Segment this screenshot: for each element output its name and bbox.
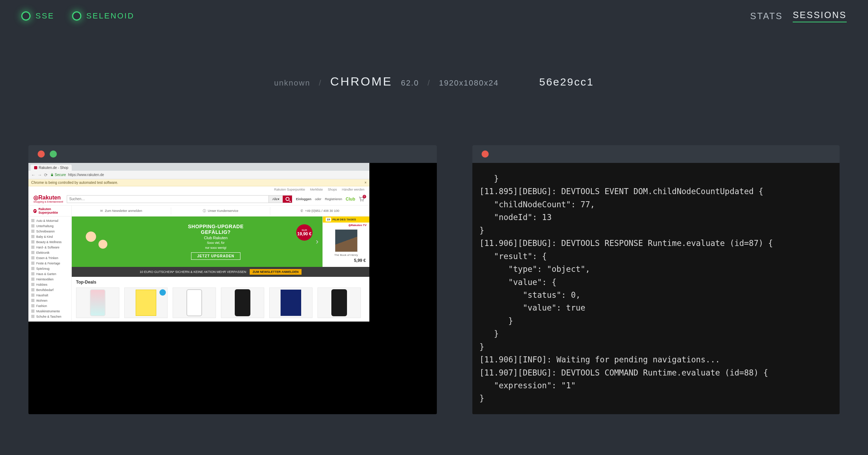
chrome-tab[interactable]: Rakuten.de - Shop — [31, 165, 72, 171]
category-item[interactable]: Hard- & Software — [28, 245, 71, 250]
category-item[interactable]: Heimtextilien — [28, 276, 71, 282]
film-brand-label: Rakuten TV — [351, 224, 367, 227]
hero-cta-button[interactable]: JETZT UPGRADEN — [191, 252, 240, 260]
category-label: Schreibwaren — [36, 230, 55, 233]
category-item[interactable]: Spielzeug — [28, 266, 71, 271]
cart-icon[interactable]: 0 — [359, 197, 364, 202]
category-icon — [31, 251, 34, 254]
category-item[interactable]: Essen & Trinken — [28, 255, 71, 261]
category-item[interactable]: Feste & Feiertage — [28, 261, 71, 266]
site-body: Auto & MotorradUnterhaltungSchreibwarenB… — [28, 216, 369, 322]
category-item[interactable]: Elektronik — [28, 250, 71, 255]
category-item[interactable]: Haushalt — [28, 292, 71, 298]
back-icon[interactable]: ← — [31, 173, 36, 177]
topnav-link[interactable]: Merkliste — [310, 188, 323, 191]
phone-label: +49 (0)951 / 408 30 100 — [305, 209, 339, 213]
category-item[interactable]: Unterhaltung — [28, 223, 71, 229]
url-text[interactable]: https://www.rakuten.de — [68, 173, 104, 177]
tab-title: Rakuten.de - Shop — [39, 166, 68, 170]
category-label: Hobbies — [36, 283, 47, 286]
deal-card[interactable] — [173, 287, 216, 318]
category-label: Fashion — [36, 304, 47, 308]
search-category[interactable]: Alle ▾ — [268, 196, 283, 203]
session-version: 62.0 — [401, 78, 419, 88]
forward-icon[interactable]: → — [38, 173, 42, 177]
category-icon — [31, 283, 34, 286]
session-browser: CHROME — [330, 75, 392, 88]
vnc-titlebar — [28, 145, 437, 163]
site-header: ◎Rakuten Shopping is Entertainment! Alle… — [28, 193, 369, 205]
category-item[interactable]: Fashion — [28, 303, 71, 308]
or-label: oder — [315, 197, 321, 201]
category-item[interactable]: Schuhe & Taschen — [28, 314, 71, 319]
category-label: Auto & Motorrad — [36, 219, 58, 223]
service-cell[interactable]: ⓘUnser Kundenservice — [171, 207, 271, 215]
hero-sub: Club Rakuten — [120, 236, 312, 240]
category-item[interactable]: Hobbies — [28, 282, 71, 287]
product-image — [186, 289, 202, 316]
secure-label: Secure — [55, 173, 66, 177]
min-dot-icon[interactable] — [50, 150, 57, 158]
session-unknown: unknown — [274, 78, 310, 88]
log-output[interactable]: } [11.895][DEBUG]: DEVTOOLS EVENT DOM.ch… — [472, 163, 840, 414]
club-link[interactable]: Club — [346, 197, 355, 202]
category-sidebar: Auto & MotorradUnterhaltungSchreibwarenB… — [28, 216, 72, 322]
voucher-button[interactable]: ZUM NEWSLETTER ANMELDEN — [250, 269, 302, 275]
vnc-viewport[interactable]: Rakuten.de - Shop ← → ⟳ Secure https://w… — [28, 163, 437, 414]
newsletter-cell[interactable]: ✉Zum Newsletter anmelden — [72, 207, 171, 214]
category-label: Haushalt — [36, 294, 48, 297]
sp-cell[interactable]: PRakuten Superpunkte — [28, 205, 72, 216]
category-item[interactable]: Haus & Garten — [28, 271, 71, 276]
deal-card[interactable] — [269, 287, 313, 318]
banner-close-icon[interactable]: × — [364, 181, 367, 185]
login-label: Einloggen — [296, 197, 311, 201]
close-dot-icon[interactable] — [38, 150, 45, 158]
hero-banner[interactable]: SHOPPING-UPGRADE GEFÄLLIG? Club Rakuten … — [72, 216, 322, 267]
voucher-text: 10 EURO GUTSCHEIN* SICHERN & KEINE AKTIO… — [140, 270, 246, 274]
carousel-next-icon[interactable]: › — [312, 237, 322, 246]
category-icon — [31, 272, 34, 275]
phone-cell[interactable]: ✆+49 (0)951 / 408 30 100 — [270, 207, 369, 214]
deal-card[interactable] — [221, 287, 264, 318]
register-link[interactable]: Registrieren — [325, 197, 342, 201]
deal-card[interactable] — [76, 287, 119, 318]
category-item[interactable]: Beauty & Wellness — [28, 239, 71, 245]
product-image — [136, 290, 156, 316]
category-icon — [31, 235, 34, 238]
category-item[interactable]: Baby & Kind — [28, 234, 71, 239]
search-icon — [286, 197, 289, 201]
rakuten-logo[interactable]: ◎Rakuten Shopping is Entertainment! — [33, 195, 63, 203]
category-label: Unterhaltung — [36, 224, 54, 228]
category-item[interactable]: Musikinstrumente — [28, 308, 71, 314]
category-icon — [31, 262, 34, 265]
category-item[interactable]: Wohnen — [28, 298, 71, 303]
cart-badge: 0 — [363, 195, 366, 198]
topnav-link[interactable]: Händler werden — [342, 188, 364, 191]
product-image — [331, 289, 347, 316]
reload-icon[interactable]: ⟳ — [44, 173, 48, 177]
topnav-link[interactable]: Rakuten Superpunkte — [274, 188, 305, 191]
search-input[interactable] — [67, 196, 268, 203]
log-titlebar — [472, 145, 840, 163]
category-label: Wohnen — [36, 299, 48, 302]
nav-stats[interactable]: STATS — [750, 11, 783, 21]
login-link[interactable]: Einloggen — [296, 197, 311, 201]
category-item[interactable]: Auto & Motorrad — [28, 218, 71, 223]
search-button[interactable] — [283, 196, 292, 203]
nav-sessions[interactable]: SESSIONS — [793, 10, 847, 22]
close-dot-icon[interactable] — [482, 150, 489, 158]
deal-card[interactable] — [124, 287, 168, 318]
search-box: Alle ▾ — [67, 195, 292, 203]
category-icon — [31, 240, 34, 243]
category-label: Beauty & Wellness — [36, 240, 61, 244]
film-of-day[interactable]: 19FILM DES TAGES ◎Rakuten TV The Book of… — [322, 216, 369, 267]
session-id: 56e29cc1 — [539, 76, 594, 88]
category-item[interactable]: Schreibwaren — [28, 229, 71, 234]
category-item[interactable]: Berufsbedarf — [28, 287, 71, 292]
deal-card[interactable] — [318, 287, 361, 318]
price-badge: NUR 19,90 € — [296, 224, 313, 241]
film-poster — [335, 229, 358, 252]
topnav-link[interactable]: Shops — [328, 188, 337, 191]
category-icon — [31, 315, 34, 318]
status-selenoid-label: SELENOID — [86, 11, 134, 21]
